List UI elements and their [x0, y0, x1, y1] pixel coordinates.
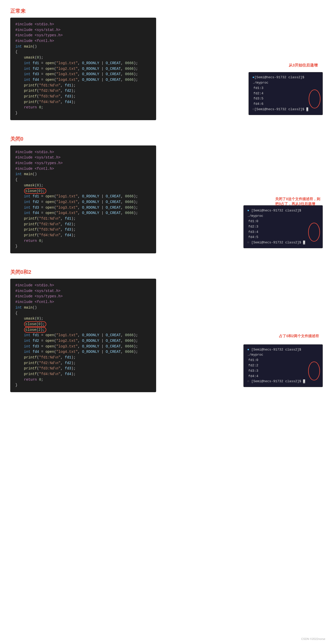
- terminal-normal: ●[Semi@hecs-91732 class2]$ ./myproc fd1:…: [249, 72, 323, 115]
- code-block-close0: #include <stdio.h> #include <sys/stat.h>…: [10, 145, 156, 253]
- annotation-close0: 关闭了0这个文件描述符，则 把0占了，再从3往后递增: [275, 197, 320, 207]
- terminal-cmd-close0: [Semi@hecs-91732 class2]$ ./myproc: [247, 209, 301, 218]
- terminal-out-close0-2: fd2:3: [247, 224, 319, 230]
- terminal-out-normal-3: fd3:5: [252, 96, 319, 101]
- section-normal: 正常来 #include <stdio.h> #include <sys/sta…: [10, 8, 323, 120]
- terminal-out-close0-2-3: fd3:3: [247, 368, 319, 374]
- terminal-close0: ● [Semi@hecs-91732 class2]$ ./myproc fd1…: [243, 205, 323, 248]
- terminal-out-close0-2-2: fd2:2: [247, 363, 319, 368]
- terminal-cmd-close0-2: [Semi@hecs-91732 class2]$ ./myproc: [247, 348, 301, 357]
- annotation-close0-2: 占了0和2两个文件描述符: [279, 334, 319, 339]
- terminal-out-normal-4: fd4:6: [252, 101, 319, 107]
- terminal-cmd-normal: [Semi@hecs-91732 class2]$ ./myproc: [252, 75, 304, 85]
- code-block-normal: #include <stdio.h> #include <sys/stat.h>…: [10, 18, 156, 120]
- terminal-prompt-close0-2: [Semi@hecs-91732 class2]$: [251, 379, 303, 383]
- annotation-normal: 从3开始往后递增: [289, 62, 318, 68]
- code-block-close0-2: #include <stdio.h> #include <sys/stat.h>…: [10, 279, 156, 392]
- footer: CSDN ©2022norse: [301, 637, 325, 640]
- terminal-out-close0-1: fd1:0: [247, 219, 319, 224]
- section-close0: 关闭0 #include <stdio.h> #include <sys/sta…: [10, 135, 323, 253]
- terminal-close0-2: ● [Semi@hecs-91732 class2]$ ./myproc fd1…: [243, 344, 323, 387]
- terminal-out-close0-2-1: fd1:0: [247, 358, 319, 363]
- terminal-out-normal-2: fd2:4: [252, 91, 319, 96]
- terminal-out-close0-2-4: fd4:4: [247, 374, 319, 379]
- section-title-close0-2: 关闭0和2: [10, 269, 323, 276]
- terminal-prompt-close0: [Semi@hecs-91732 class2]$: [251, 241, 303, 244]
- terminal-out-normal-1: fd1:3: [252, 86, 319, 91]
- section-title-normal: 正常来: [10, 8, 323, 15]
- section-title-close0: 关闭0: [10, 135, 323, 142]
- terminal-out-close0-4: fd4:5: [247, 235, 319, 240]
- section-close0-2: 关闭0和2 #include <stdio.h> #include <sys/s…: [10, 269, 323, 392]
- terminal-out-close0-3: fd3:4: [247, 230, 319, 235]
- terminal-prompt-normal: [Semi@hecs-91732 class2]$: [254, 107, 306, 111]
